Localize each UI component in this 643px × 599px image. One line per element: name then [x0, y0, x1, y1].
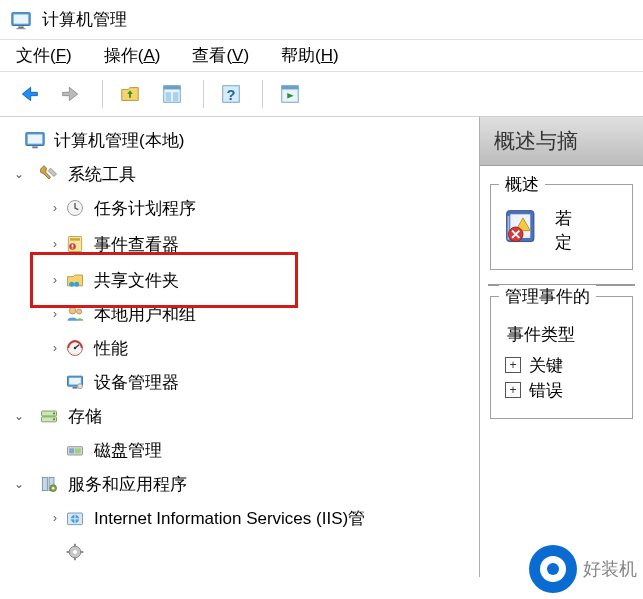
expander-open-icon[interactable]: ⌄: [10, 409, 28, 423]
tree-task-scheduler[interactable]: › 任务计划程序: [4, 191, 475, 225]
services-icon: [38, 473, 60, 495]
tree-local-users-groups[interactable]: › 本地用户和组: [4, 297, 475, 331]
tree-item-cut[interactable]: [4, 535, 475, 569]
device-manager-icon: [64, 371, 86, 393]
expander-closed-icon[interactable]: ›: [46, 273, 64, 287]
tree-label: 系统工具: [68, 163, 136, 186]
svg-point-26: [74, 347, 77, 350]
tree-root-computer-management[interactable]: 计算机管理(本地): [4, 123, 475, 157]
clock-icon: [64, 197, 86, 219]
svg-rect-7: [173, 92, 179, 101]
event-type-item[interactable]: + 关键: [505, 354, 620, 377]
svg-rect-5: [164, 86, 181, 90]
performance-icon: [64, 337, 86, 359]
tools-icon: [38, 163, 60, 185]
svg-point-41: [52, 487, 54, 489]
tree-disk-management[interactable]: 磁盘管理: [4, 433, 475, 467]
tree-label: 设备管理器: [94, 371, 179, 394]
event-viewer-icon: [64, 233, 86, 255]
action-pane-button[interactable]: [271, 78, 309, 110]
svg-point-30: [78, 384, 83, 389]
right-panel-content: 概述: [480, 166, 643, 441]
svg-rect-17: [70, 238, 80, 241]
svg-rect-37: [75, 448, 81, 453]
properties-button[interactable]: [153, 78, 191, 110]
expander-closed-icon[interactable]: ›: [46, 201, 64, 215]
tree-performance[interactable]: › 性能: [4, 331, 475, 365]
forward-button[interactable]: [52, 78, 90, 110]
expand-plus-icon[interactable]: +: [505, 357, 521, 373]
svg-point-22: [74, 282, 79, 287]
app-window: 计算机管理 文件(F) 操作(A) 查看(V) 帮助(H): [0, 0, 643, 599]
tree-label: 计算机管理(本地): [54, 129, 184, 152]
tree-system-tools[interactable]: ⌄ 系统工具: [4, 157, 475, 191]
menu-file[interactable]: 文件(F): [16, 44, 72, 67]
svg-rect-13: [28, 135, 43, 144]
right-panel: 概述与摘 概述: [480, 117, 643, 577]
tree-label: 性能: [94, 337, 128, 360]
computer-management-icon: [24, 129, 46, 151]
help-button[interactable]: ?: [212, 78, 250, 110]
expander-open-icon[interactable]: ⌄: [10, 167, 28, 181]
menu-view[interactable]: 查看(V): [192, 44, 249, 67]
svg-rect-11: [282, 86, 299, 90]
event-type-item[interactable]: + 错误: [505, 379, 620, 402]
overview-group-title: 概述: [499, 173, 545, 196]
expander-open-icon[interactable]: ⌄: [10, 477, 28, 491]
event-type-label: 错误: [529, 379, 563, 402]
menubar: 文件(F) 操作(A) 查看(V) 帮助(H): [0, 40, 643, 72]
svg-point-34: [53, 418, 55, 420]
tree-device-manager[interactable]: 设备管理器: [4, 365, 475, 399]
svg-point-45: [73, 550, 77, 554]
svg-rect-2: [18, 26, 24, 28]
svg-rect-6: [166, 92, 172, 101]
storage-icon: [38, 405, 60, 427]
overview-line: 定: [555, 231, 572, 255]
tree-event-viewer[interactable]: › 事件查看器: [4, 225, 475, 263]
svg-rect-19: [72, 244, 74, 247]
expander-closed-icon[interactable]: ›: [46, 307, 64, 321]
event-type-block: 事件类型 + 关键 + 错误: [501, 313, 622, 406]
svg-point-21: [69, 282, 74, 287]
gear-icon: [64, 541, 86, 563]
admin-events-group-title: 管理事件的: [499, 285, 596, 308]
tree-shared-folders[interactable]: › 共享文件夹: [4, 263, 475, 297]
tree-storage[interactable]: ⌄ 存储: [4, 399, 475, 433]
menu-action[interactable]: 操作(A): [104, 44, 161, 67]
svg-rect-29: [73, 387, 78, 389]
menu-help[interactable]: 帮助(H): [281, 44, 339, 67]
svg-rect-38: [42, 477, 47, 490]
tree-label: 事件查看器: [94, 233, 179, 256]
disk-management-icon: [64, 439, 86, 461]
tree-label: 存储: [68, 405, 102, 428]
tree-iis[interactable]: › Internet Information Services (IIS)管: [4, 501, 475, 535]
overview-line: 若: [555, 207, 572, 231]
expander-closed-icon[interactable]: ›: [46, 237, 64, 251]
tree-label: 任务计划程序: [94, 197, 196, 220]
expander-closed-icon[interactable]: ›: [46, 511, 64, 525]
overview-book-icon: [503, 207, 543, 247]
iis-icon: [64, 507, 86, 529]
watermark-logo-icon: [529, 545, 577, 593]
tree-services-applications[interactable]: ⌄ 服务和应用程序: [4, 467, 475, 501]
expander-closed-icon[interactable]: ›: [46, 341, 64, 355]
expand-plus-icon[interactable]: +: [505, 382, 521, 398]
svg-point-24: [77, 309, 82, 314]
back-button[interactable]: [10, 78, 48, 110]
tree-label: 磁盘管理: [94, 439, 162, 462]
up-level-button[interactable]: [111, 78, 149, 110]
svg-point-33: [53, 413, 55, 415]
event-type-header: 事件类型: [507, 323, 620, 346]
toolbar-separator: [102, 80, 103, 108]
users-icon: [64, 303, 86, 325]
tree-label: 服务和应用程序: [68, 473, 187, 496]
watermark-text: 好装机: [583, 557, 637, 581]
window-title: 计算机管理: [42, 8, 127, 31]
svg-rect-3: [16, 28, 25, 29]
watermark: 好装机: [529, 545, 637, 593]
svg-text:?: ?: [227, 87, 236, 103]
event-type-label: 关键: [529, 354, 563, 377]
tree-label: Internet Information Services (IIS)管: [94, 507, 365, 530]
app-icon: [10, 9, 32, 31]
shared-folder-icon: [64, 269, 86, 291]
